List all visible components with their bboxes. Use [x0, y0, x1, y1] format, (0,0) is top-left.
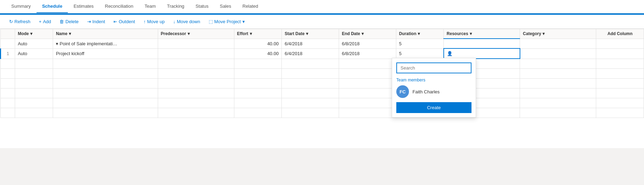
- resources-cell[interactable]: [444, 39, 520, 48]
- refresh-icon: ↻: [9, 19, 13, 24]
- move-project-chevron: ▾: [242, 19, 245, 24]
- refresh-button[interactable]: ↻ Refresh: [6, 18, 34, 26]
- schedule-grid: Mode ▾ Name ▾ Predecessor ▾: [0, 29, 644, 118]
- name-sort-icon: ▾: [69, 31, 71, 36]
- empty-row: [1, 78, 644, 88]
- name-cell[interactable]: ▾ Point of Sale implementati…: [53, 39, 158, 48]
- mode-cell[interactable]: Auto: [15, 48, 53, 59]
- end-date-cell[interactable]: 6/8/2018: [339, 39, 396, 48]
- empty-cell: [520, 78, 596, 88]
- duration-cell[interactable]: 5: [396, 48, 444, 59]
- empty-cell: [158, 59, 234, 68]
- empty-cell: [15, 78, 53, 88]
- member-row-faith[interactable]: FC Faith Charles: [396, 85, 471, 98]
- empty-cell: [282, 59, 339, 68]
- empty-cell: [53, 68, 158, 78]
- empty-cell: [282, 78, 339, 88]
- empty-cell: [282, 98, 339, 108]
- tab-summary[interactable]: Summary: [6, 0, 37, 13]
- mode-sort-icon: ▾: [30, 31, 32, 36]
- col-duration[interactable]: Duration ▾: [396, 29, 444, 39]
- tab-status[interactable]: Status: [190, 0, 214, 13]
- resources-cell[interactable]: 👤: [444, 48, 520, 59]
- tab-sales[interactable]: Sales: [214, 0, 237, 13]
- empty-cell: [234, 78, 282, 88]
- empty-cell: [596, 98, 644, 108]
- empty-cell: [282, 88, 339, 98]
- tab-related[interactable]: Related: [237, 0, 264, 13]
- empty-cell: [158, 98, 234, 108]
- empty-cell: [15, 59, 53, 68]
- predecessor-cell[interactable]: [158, 39, 234, 48]
- empty-cell: [234, 88, 282, 98]
- start-date-cell[interactable]: 6/4/2018: [282, 48, 339, 59]
- empty-cell: [1, 108, 15, 118]
- resources-dropdown: Team members FC Faith Charles Create: [392, 58, 476, 118]
- empty-cell: [339, 78, 396, 88]
- end-date-cell[interactable]: 6/8/2018: [339, 48, 396, 59]
- tab-schedule[interactable]: Schedule: [37, 0, 68, 13]
- empty-cell: [15, 98, 53, 108]
- tab-team[interactable]: Team: [139, 0, 161, 13]
- table-row: Auto▾ Point of Sale implementati…40.006/…: [1, 39, 644, 48]
- delete-button[interactable]: 🗑 Delete: [56, 18, 82, 26]
- empty-cell: [158, 78, 234, 88]
- empty-cell: [596, 88, 644, 98]
- col-mode[interactable]: Mode ▾: [15, 29, 53, 39]
- empty-cell: [15, 88, 53, 98]
- empty-cell: [53, 59, 158, 68]
- move-project-button[interactable]: ⬚ Move Project ▾: [205, 18, 248, 26]
- resources-search-input[interactable]: [396, 62, 471, 73]
- tab-tracking[interactable]: Tracking: [161, 0, 190, 13]
- empty-cell: [520, 98, 596, 108]
- empty-cell: [339, 59, 396, 68]
- start-sort-icon: ▾: [306, 31, 308, 36]
- tab-reconciliation[interactable]: Reconciliation: [99, 0, 139, 13]
- member-name-faith: Faith Charles: [412, 89, 440, 94]
- add-icon: +: [39, 19, 42, 24]
- empty-cell: [596, 68, 644, 78]
- col-add-column[interactable]: Add Column: [596, 29, 644, 39]
- col-category[interactable]: Category ▾: [520, 29, 596, 39]
- empty-row: [1, 88, 644, 98]
- col-rownum: [1, 29, 15, 39]
- tab-estimates[interactable]: Estimates: [68, 0, 99, 13]
- person-icon: 👤: [447, 51, 453, 56]
- col-effort[interactable]: Effort ▾: [234, 29, 282, 39]
- empty-cell: [15, 108, 53, 118]
- col-end-date[interactable]: End Date ▾: [339, 29, 396, 39]
- add-button[interactable]: + Add: [35, 18, 55, 26]
- category-cell[interactable]: [520, 48, 596, 59]
- outdent-button[interactable]: ⇤ Outdent: [110, 18, 138, 26]
- empty-cell: [520, 108, 596, 118]
- col-start-date[interactable]: Start Date ▾: [282, 29, 339, 39]
- predecessor-cell[interactable]: [158, 48, 234, 59]
- empty-row: [1, 98, 644, 108]
- indent-icon: ⇥: [87, 19, 91, 24]
- empty-cell: [596, 59, 644, 68]
- empty-row: [1, 108, 644, 118]
- empty-cell: [158, 68, 234, 78]
- col-predecessor[interactable]: Predecessor ▾: [158, 29, 234, 39]
- create-button[interactable]: Create: [396, 102, 471, 113]
- name-cell[interactable]: Project kickoff: [53, 48, 158, 59]
- indent-button[interactable]: ⇥ Indent: [84, 18, 109, 26]
- start-date-cell[interactable]: 6/4/2018: [282, 39, 339, 48]
- add-column-cell: [596, 48, 644, 59]
- empty-cell: [596, 78, 644, 88]
- category-cell[interactable]: [520, 39, 596, 48]
- effort-cell[interactable]: 40.00: [234, 39, 282, 48]
- move-up-button[interactable]: ↑ Move up: [140, 18, 168, 26]
- empty-cell: [520, 68, 596, 78]
- col-resources[interactable]: Resources ▾: [444, 29, 520, 39]
- move-project-icon: ⬚: [209, 19, 213, 24]
- empty-cell: [1, 88, 15, 98]
- duration-cell[interactable]: 5: [396, 39, 444, 48]
- empty-cell: [158, 88, 234, 98]
- empty-cell: [158, 108, 234, 118]
- scroll-area[interactable]: Mode ▾ Name ▾ Predecessor ▾: [0, 29, 644, 148]
- col-name[interactable]: Name ▾: [53, 29, 158, 39]
- move-down-button[interactable]: ↓ Move down: [170, 18, 204, 26]
- mode-cell[interactable]: Auto: [15, 39, 53, 48]
- effort-cell[interactable]: 40.00: [234, 48, 282, 59]
